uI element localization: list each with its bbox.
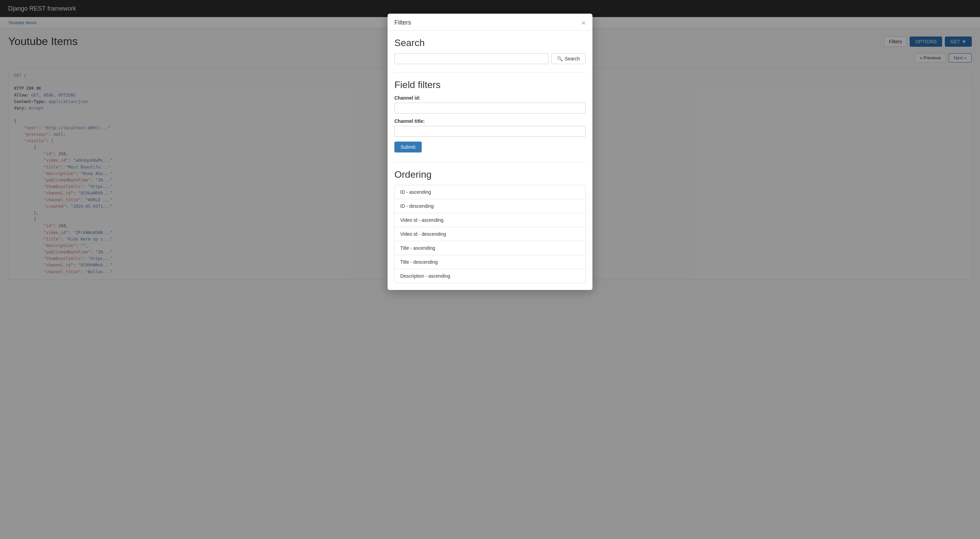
ordering-title: Ordering [395, 169, 585, 180]
ordering-item[interactable]: ID - descending [395, 199, 585, 213]
divider-1 [395, 72, 585, 73]
submit-button[interactable]: Submit [395, 141, 422, 152]
ordering-item[interactable]: Description - ascending [395, 269, 585, 283]
ordering-item[interactable]: Video id - ascending [395, 213, 585, 227]
search-input[interactable] [395, 53, 548, 64]
ordering-item[interactable]: Title - descending [395, 255, 585, 269]
field-filters-title: Field filters [395, 79, 585, 90]
ordering-item[interactable]: Title - ascending [395, 241, 585, 255]
channel-id-label: Channel id: [395, 95, 585, 101]
channel-title-label: Channel title: [395, 118, 585, 124]
modal-body: Search 🔍 Search Field filters Channel id… [388, 31, 592, 290]
modal-title: Filters [395, 19, 411, 26]
search-section-title: Search [395, 38, 585, 48]
ordering-list: ID - ascendingID - descendingVideo id - … [395, 185, 585, 283]
filters-modal: Filters × Search 🔍 Search Field filters … [388, 14, 592, 290]
search-icon: 🔍 [557, 56, 563, 62]
channel-id-input[interactable] [395, 103, 585, 114]
ordering-section: Ordering ID - ascendingID - descendingVi… [395, 169, 585, 283]
close-button[interactable]: × [582, 19, 585, 26]
ordering-item[interactable]: ID - ascending [395, 185, 585, 199]
field-filters-section: Field filters Channel id: Channel title:… [395, 79, 585, 155]
modal-overlay[interactable]: Filters × Search 🔍 Search Field filters … [0, 0, 980, 539]
channel-title-input[interactable] [395, 126, 585, 137]
ordering-item[interactable]: Video id - descending [395, 227, 585, 241]
search-button[interactable]: 🔍 Search [551, 53, 585, 64]
search-row: 🔍 Search [395, 53, 585, 64]
modal-header: Filters × [388, 14, 592, 31]
divider-2 [395, 162, 585, 162]
